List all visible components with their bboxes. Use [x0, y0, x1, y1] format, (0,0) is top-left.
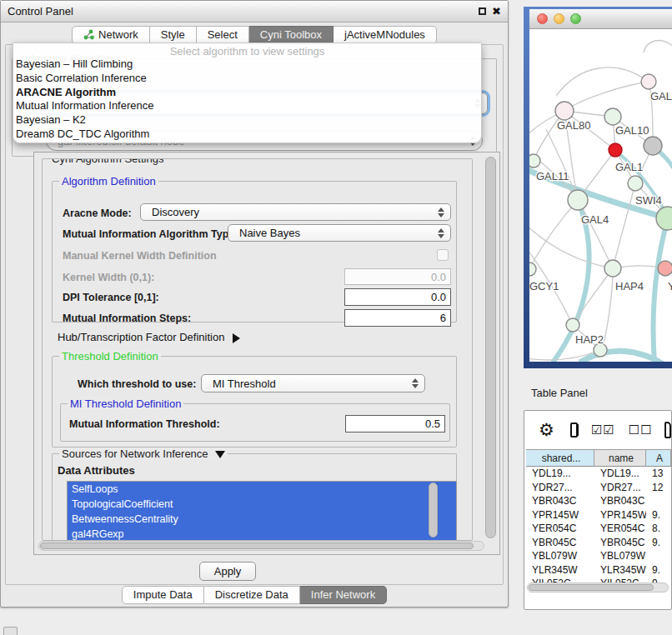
- network-node[interactable]: [644, 137, 662, 155]
- network-node[interactable]: [641, 74, 656, 89]
- mi-algorithm-type-combo[interactable]: Naive Bayes: [228, 224, 451, 242]
- threshold-definition-group: Threshold Definition Which threshold to …: [52, 356, 457, 448]
- network-edge[interactable]: [644, 41, 672, 52]
- dpi-tolerance-label: DPI Tolerance [0,1]:: [63, 292, 159, 303]
- network-node[interactable]: [656, 207, 672, 230]
- network-node[interactable]: [658, 261, 672, 276]
- settings-horizontal-scrollbar[interactable]: [38, 541, 484, 551]
- network-node-label: HAP4: [615, 280, 644, 292]
- tab-jactivemnodules[interactable]: jActiveMNodules: [333, 26, 437, 44]
- kernel-width-field[interactable]: 0.0: [344, 268, 451, 285]
- minimized-panel-button[interactable]: [3, 627, 18, 635]
- network-canvas[interactable]: GALGAL80GAL10GAL1GAL11GAL4SWI4GCY1HAP4YH…: [529, 29, 672, 362]
- tab-network[interactable]: Network: [72, 26, 150, 44]
- network-window-titlebar[interactable]: [529, 9, 672, 29]
- mi-threshold-group: MI Threshold Definition Mutual Informati…: [60, 403, 450, 442]
- manual-kernel-checkbox[interactable]: [437, 249, 449, 261]
- sources-group: Sources for Network Inference Data Attri…: [52, 453, 457, 541]
- network-node-label: GAL11: [536, 170, 569, 182]
- network-node-label: GAL10: [615, 124, 649, 137]
- aracne-mode-combo[interactable]: Discovery: [140, 203, 451, 221]
- algorithm-definition-title: Algorithm Definition: [59, 175, 158, 188]
- table-row[interactable]: YDR27...YDR27...12: [526, 481, 671, 495]
- network-node[interactable]: [609, 143, 622, 157]
- network-edge[interactable]: [654, 218, 668, 362]
- network-edge[interactable]: [613, 183, 635, 268]
- dropdown-item[interactable]: Bayesian – Hill Climbing: [13, 58, 481, 72]
- column-header[interactable]: A: [646, 450, 671, 467]
- table-row[interactable]: YBL079WYBL079W: [526, 549, 671, 563]
- float-window-icon[interactable]: [479, 8, 486, 15]
- column-header[interactable]: name: [594, 450, 646, 467]
- network-edge[interactable]: [573, 268, 613, 325]
- table-row[interactable]: YER054CYER054C8.: [526, 522, 671, 536]
- network-node[interactable]: [568, 190, 588, 210]
- table-row[interactable]: YBR043CYBR043C: [526, 494, 671, 508]
- checked-boxes-icon[interactable]: ☑☑: [591, 422, 615, 438]
- data-attributes-list[interactable]: SelfLoopsTopologicalCoefficientBetweenne…: [67, 481, 457, 541]
- document-icon[interactable]: [664, 422, 671, 438]
- network-node[interactable]: [604, 108, 621, 125]
- unchecked-boxes-icon[interactable]: ☐☐: [629, 422, 653, 438]
- network-node-label: Y: [668, 280, 672, 292]
- attribute-list-item[interactable]: gal4RGexp: [68, 527, 456, 541]
- column-header[interactable]: shared...: [526, 450, 594, 467]
- tab-impute-data[interactable]: Impute Data: [122, 586, 204, 604]
- gear-icon[interactable]: ⚙: [539, 420, 554, 440]
- settings-vertical-scrollbar[interactable]: [485, 157, 496, 538]
- zoom-traffic-icon[interactable]: [570, 13, 581, 24]
- attribute-list-item[interactable]: BetweennessCentrality: [68, 512, 456, 527]
- close-icon[interactable]: ✖: [492, 6, 501, 17]
- table-row[interactable]: YBR045CYBR045C9.: [526, 536, 671, 550]
- dropdown-placeholder: Select algorithm to view settings: [13, 45, 481, 58]
- apply-button[interactable]: Apply: [199, 562, 256, 581]
- tab-infer-network[interactable]: Infer Network: [300, 586, 387, 604]
- bottom-tabs: Impute DataDiscretize DataInfer Network: [1, 586, 508, 604]
- control-panel-titlebar: Control Panel ✖: [1, 1, 508, 22]
- tab-select[interactable]: Select: [197, 26, 249, 44]
- cyni-settings-scrollpane: Cyni Algorithm Settings Algorithm Defini…: [33, 152, 500, 555]
- control-panel-title: Control Panel: [8, 5, 73, 18]
- node-table[interactable]: shared...nameAYDL19...YDL19...13YDR27...…: [526, 449, 671, 584]
- table-row[interactable]: YPR145WYPR145W9.: [526, 508, 671, 522]
- dropdown-item[interactable]: Basic Correlation Inference: [13, 72, 481, 86]
- network-node[interactable]: [529, 154, 540, 168]
- algorithm-dropdown-list: Select algorithm to view settings Bayesi…: [13, 42, 482, 143]
- hub-tf-definition-toggle[interactable]: Hub/Transcription Factor Definition: [58, 331, 240, 343]
- network-node[interactable]: [555, 102, 574, 120]
- threshold-definition-title: Threshold Definition: [59, 350, 161, 362]
- network-edge[interactable]: [573, 82, 649, 106]
- tab-cyni-toolbox[interactable]: Cyni Toolbox: [249, 26, 333, 44]
- network-edge[interactable]: [556, 68, 649, 96]
- attribute-list-item[interactable]: TopologicalCoefficient: [68, 497, 456, 512]
- dropdown-item[interactable]: ARACNE Algorithm: [13, 86, 481, 100]
- table-toolbar: ⚙ ☑☑ ☐☐: [524, 411, 671, 448]
- network-node[interactable]: [566, 318, 579, 332]
- close-traffic-icon[interactable]: [537, 13, 548, 24]
- dropdown-item[interactable]: Mutual Information Inference: [13, 99, 481, 113]
- tab-discretize-data[interactable]: Discretize Data: [204, 586, 300, 604]
- dropdown-item[interactable]: Bayesian – K2: [13, 113, 481, 128]
- dpi-tolerance-field[interactable]: 0.0: [344, 288, 451, 306]
- attributes-vertical-scrollbar[interactable]: [429, 482, 438, 538]
- network-node-label: GAL80: [557, 119, 590, 132]
- tab-style[interactable]: Style: [150, 26, 197, 44]
- mi-threshold-field[interactable]: 0.5: [345, 415, 445, 432]
- table-row[interactable]: YLR345WYLR345W9.: [526, 563, 671, 578]
- minimize-traffic-icon[interactable]: [554, 13, 564, 24]
- network-node[interactable]: [628, 176, 643, 191]
- collapsed-arrow-icon: [233, 333, 240, 343]
- network-node[interactable]: [604, 260, 621, 277]
- sources-group-title[interactable]: Sources for Network Inference: [59, 448, 228, 460]
- which-threshold-combo[interactable]: MI Threshold: [201, 374, 425, 392]
- mi-steps-field[interactable]: 6: [344, 309, 451, 327]
- table-row[interactable]: YDL19...YDL19...13: [526, 467, 671, 481]
- network-edge[interactable]: [578, 200, 613, 268]
- attribute-list-item[interactable]: SelfLoops: [68, 482, 456, 497]
- table-horizontal-scrollbar[interactable]: [527, 582, 669, 592]
- aracne-mode-label: Aracne Mode:: [63, 208, 132, 219]
- network-node[interactable]: [529, 262, 536, 276]
- dropdown-item[interactable]: Dream8 DC_TDC Algorithm: [13, 128, 481, 142]
- network-icon: [83, 29, 94, 40]
- column-layout-icon[interactable]: [570, 422, 578, 438]
